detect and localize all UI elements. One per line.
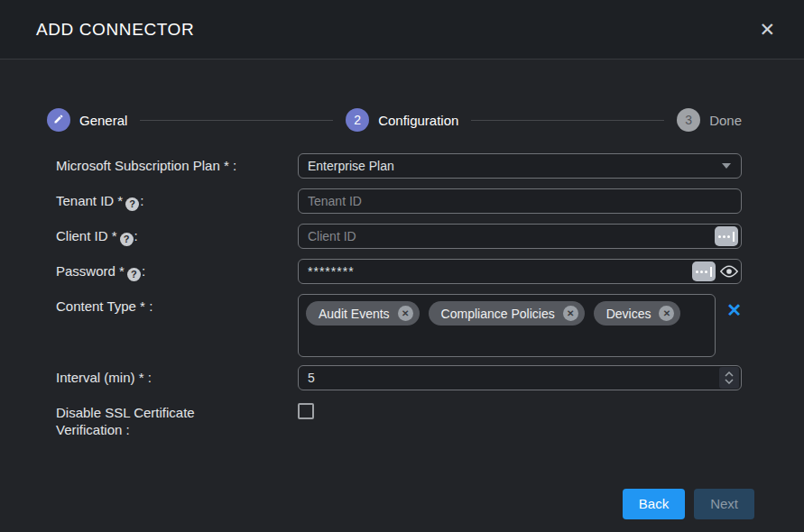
dot: [700, 271, 703, 273]
help-icon[interactable]: ?: [127, 268, 141, 281]
interval-row: Interval (min) * :: [56, 365, 742, 390]
cursor-bar: [710, 267, 712, 277]
content-type-label: Content Type * :: [56, 294, 298, 316]
content-type-multiselect[interactable]: Audit Events ✕ Compliance Policies ✕ Dev…: [298, 294, 716, 357]
client-id-label-text: Client ID *: [56, 228, 117, 243]
interval-field: [298, 365, 742, 390]
client-id-input[interactable]: [298, 224, 742, 249]
client-id-field: [298, 224, 742, 249]
tenant-id-label-colon: :: [140, 193, 143, 208]
number-stepper[interactable]: [719, 367, 739, 389]
next-button[interactable]: Next: [694, 489, 754, 519]
subscription-plan-label: Microsoft Subscription Plan * :: [56, 153, 298, 179]
subscription-plan-row: Microsoft Subscription Plan * : Enterpri…: [56, 153, 742, 179]
password-field: [298, 259, 742, 284]
content-type-row: Content Type * : Audit Events ✕ Complian…: [56, 294, 742, 357]
tenant-id-row: Tenant ID *?:: [56, 188, 742, 214]
step-done[interactable]: 3 Done: [677, 108, 742, 132]
chevron-up-icon: [725, 371, 734, 377]
help-icon[interactable]: ?: [120, 233, 134, 246]
interval-input[interactable]: [298, 365, 742, 390]
connector-config-form: Microsoft Subscription Plan * : Enterpri…: [56, 153, 742, 449]
chip-remove-icon[interactable]: ✕: [659, 306, 674, 321]
password-label-text: Password *: [56, 263, 125, 279]
subscription-plan-select[interactable]: Enterprise Plan: [298, 153, 742, 179]
chip-label: Audit Events: [319, 307, 390, 321]
chip-remove-icon[interactable]: ✕: [563, 306, 578, 321]
ssl-verification-field: [298, 400, 742, 439]
ssl-label-line1: Disable SSL Certificate: [56, 405, 195, 420]
step-general[interactable]: General: [47, 108, 127, 132]
chip-audit-events: Audit Events ✕: [306, 301, 420, 326]
step-general-indicator: [47, 108, 70, 132]
eye-icon[interactable]: [720, 262, 738, 280]
cursor-bar: [733, 232, 735, 242]
ellipsis-picker-button[interactable]: [692, 261, 716, 281]
stepper-connector-line: [471, 120, 664, 121]
dialog-footer: Back Next: [0, 489, 754, 519]
step-done-label: Done: [709, 113, 742, 128]
chip-label: Compliance Policies: [441, 307, 555, 321]
step-done-indicator: 3: [677, 108, 700, 132]
wizard-stepper: General 2 Configuration 3 Done: [47, 108, 742, 132]
ssl-verification-checkbox[interactable]: [298, 403, 314, 419]
dialog-header: ADD CONNECTOR ✕: [0, 0, 804, 60]
dot: [696, 271, 698, 273]
close-icon[interactable]: ✕: [755, 16, 779, 42]
ellipsis-picker-button[interactable]: [715, 226, 738, 246]
step-configuration[interactable]: 2 Configuration: [346, 108, 458, 132]
subscription-plan-field: Enterprise Plan: [298, 153, 742, 179]
chip-label: Devices: [606, 307, 652, 321]
add-connector-dialog: ADD CONNECTOR ✕ General 2 Configuration …: [0, 0, 804, 532]
password-input[interactable]: [298, 259, 742, 284]
back-button[interactable]: Back: [623, 489, 685, 519]
step-general-label: General: [79, 113, 127, 128]
tenant-id-field: [298, 188, 742, 214]
client-id-row: Client ID *?:: [56, 224, 742, 249]
clear-all-icon[interactable]: ✕: [726, 301, 742, 319]
dot: [723, 235, 725, 238]
password-row: Password *?:: [56, 259, 742, 284]
step-configuration-indicator: 2: [346, 108, 369, 132]
content-type-field: Audit Events ✕ Compliance Policies ✕ Dev…: [298, 294, 742, 357]
dot: [705, 271, 707, 273]
step-configuration-label: Configuration: [378, 113, 458, 128]
interval-label: Interval (min) * :: [56, 365, 298, 390]
dot: [718, 235, 721, 238]
password-label-colon: :: [142, 263, 145, 279]
client-id-label-colon: :: [134, 228, 138, 243]
pencil-icon: [53, 113, 64, 127]
tenant-id-label-text: Tenant ID *: [56, 193, 123, 208]
dialog-title: ADD CONNECTOR: [36, 20, 194, 40]
tenant-id-input[interactable]: [298, 188, 742, 214]
chip-devices: Devices ✕: [594, 301, 681, 326]
password-label: Password *?:: [56, 259, 298, 284]
tenant-id-label: Tenant ID *?:: [56, 188, 298, 214]
chip-remove-icon[interactable]: ✕: [398, 306, 413, 321]
chevron-down-icon: [725, 379, 734, 384]
help-icon[interactable]: ?: [125, 197, 139, 211]
client-id-label: Client ID *?:: [56, 224, 298, 249]
ssl-label-line2: Verification :: [56, 422, 130, 437]
ssl-verification-row: Disable SSL Certificate Verification :: [56, 400, 742, 439]
dot: [727, 235, 730, 238]
ssl-verification-label: Disable SSL Certificate Verification :: [56, 400, 298, 439]
chip-compliance-policies: Compliance Policies ✕: [429, 301, 585, 326]
stepper-connector-line: [140, 120, 333, 121]
